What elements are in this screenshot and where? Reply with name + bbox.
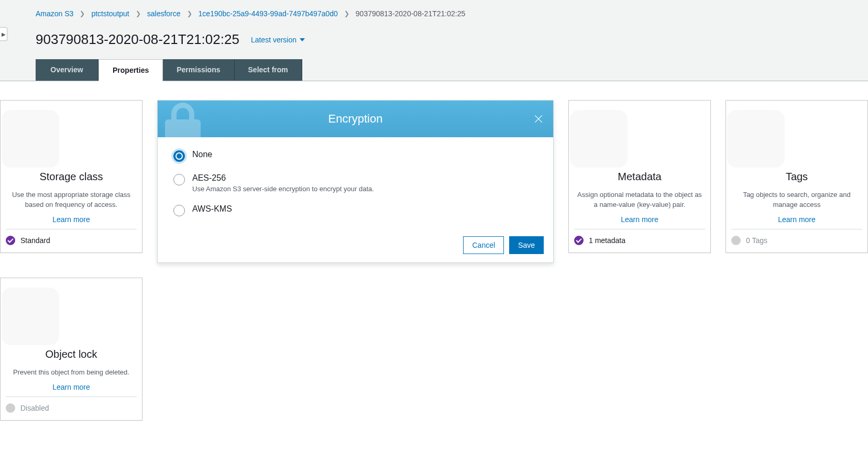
card-metadata[interactable]: Metadata Assign optional metadata to the… xyxy=(568,100,711,253)
card-tags[interactable]: Tags Tag objects to search, organize and… xyxy=(726,100,868,253)
properties-content: Storage class Use the most appropriate s… xyxy=(0,81,868,442)
option-label: AES-256 xyxy=(192,173,374,183)
cancel-button[interactable]: Cancel xyxy=(463,236,504,254)
card-encryption-editor: Encryption None AES-256 Use Amazon S3 s xyxy=(157,100,554,263)
breadcrumb-current: 903790813-2020-08-21T21:02:25 xyxy=(356,9,465,18)
tabs: Overview Properties Permissions Select f… xyxy=(36,59,832,81)
breadcrumb-link-bucket[interactable]: ptctstoutput xyxy=(91,9,129,18)
option-subtext: Use Amazon S3 server-side encryption to … xyxy=(192,185,374,193)
tab-properties[interactable]: Properties xyxy=(98,59,163,81)
card-description: Prevent this object from being deleted. xyxy=(7,368,136,378)
card-description: Tag objects to search, organize and mana… xyxy=(732,190,861,210)
card-storage-class[interactable]: Storage class Use the most appropriate s… xyxy=(0,100,142,253)
status-text: 1 metadata xyxy=(589,236,625,245)
status-text: Standard xyxy=(20,236,50,245)
metadata-icon xyxy=(570,110,628,168)
tags-icon xyxy=(727,110,785,168)
card-title: Storage class xyxy=(7,171,136,183)
learn-more-link[interactable]: Learn more xyxy=(52,215,90,224)
check-circle-icon xyxy=(6,236,15,245)
radio-selected-icon xyxy=(173,150,185,162)
card-title: Tags xyxy=(732,171,861,183)
chevron-right-icon: ❯ xyxy=(76,10,88,17)
dot-icon xyxy=(731,236,741,245)
chevron-right-icon: ❯ xyxy=(184,10,195,17)
radio-icon xyxy=(173,174,185,185)
encryption-option-aws-kms[interactable]: AWS-KMS xyxy=(173,204,537,216)
dot-icon xyxy=(6,403,15,413)
tab-permissions[interactable]: Permissions xyxy=(163,59,234,81)
encryption-option-aes256[interactable]: AES-256 Use Amazon S3 server-side encryp… xyxy=(173,173,537,193)
storage-class-icon xyxy=(2,110,59,168)
option-label: AWS-KMS xyxy=(192,204,232,214)
breadcrumb-link-amazon-s3[interactable]: Amazon S3 xyxy=(36,9,73,18)
tab-overview[interactable]: Overview xyxy=(36,59,98,81)
card-description: Use the most appropriate storage class b… xyxy=(7,190,136,210)
check-circle-icon xyxy=(574,236,584,245)
version-dropdown[interactable]: Latest version xyxy=(251,36,305,44)
close-button[interactable] xyxy=(532,113,545,125)
page-title: 903790813-2020-08-21T21:02:25 xyxy=(36,31,239,48)
status-text: Disabled xyxy=(20,404,49,412)
side-panel-toggle[interactable]: ▶ xyxy=(0,27,7,41)
tab-select-from[interactable]: Select from xyxy=(235,59,302,81)
card-title: Object lock xyxy=(7,348,136,360)
card-title: Metadata xyxy=(575,171,704,183)
radio-icon xyxy=(173,205,185,216)
caret-down-icon xyxy=(300,38,305,41)
page-header-region: ▶ Amazon S3 ❯ ptctstoutput ❯ salesforce … xyxy=(0,0,868,81)
breadcrumb: Amazon S3 ❯ ptctstoutput ❯ salesforce ❯ … xyxy=(36,0,832,31)
encryption-header: Encryption xyxy=(158,101,553,137)
save-button[interactable]: Save xyxy=(509,236,544,254)
card-description: Assign optional metadata to the object a… xyxy=(575,190,704,210)
learn-more-link[interactable]: Learn more xyxy=(52,383,90,391)
close-icon xyxy=(533,114,544,124)
lock-icon xyxy=(158,101,209,137)
lock-icon xyxy=(2,288,59,345)
breadcrumb-link-prefix-2[interactable]: 1ce190bc-25a9-4493-99ad-7497b497a0d0 xyxy=(199,9,338,18)
chevron-right-icon: ❯ xyxy=(341,10,353,17)
option-label: None xyxy=(192,150,212,159)
card-object-lock[interactable]: Object lock Prevent this object from bei… xyxy=(0,278,142,421)
version-dropdown-label: Latest version xyxy=(251,36,296,44)
breadcrumb-link-prefix-1[interactable]: salesforce xyxy=(147,9,181,18)
learn-more-link[interactable]: Learn more xyxy=(778,215,816,224)
chevron-right-icon: ❯ xyxy=(133,10,144,17)
encryption-title: Encryption xyxy=(328,112,383,126)
learn-more-link[interactable]: Learn more xyxy=(621,215,658,224)
status-text: 0 Tags xyxy=(746,236,767,245)
encryption-option-none[interactable]: None xyxy=(173,150,537,162)
